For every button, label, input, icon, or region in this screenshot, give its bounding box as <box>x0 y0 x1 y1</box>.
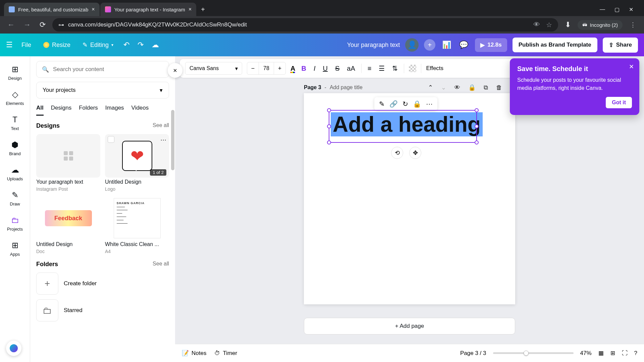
url-input[interactable]: ⊶ canva.com/design/DAGVwk84gKQ/2TWv0K2Dr… <box>52 18 558 32</box>
rail-projects[interactable]: 🗀Projects <box>0 212 30 235</box>
magic-button[interactable] <box>6 341 21 356</box>
browser-tab[interactable]: Free, beautiful, and customizab × <box>4 3 100 16</box>
rail-uploads[interactable]: ☁Uploads <box>0 162 30 185</box>
move-up-icon[interactable]: ⌃ <box>428 84 433 91</box>
tab-designs[interactable]: Designs <box>51 105 71 116</box>
list-button[interactable]: ☰ <box>377 63 386 74</box>
got-it-button[interactable]: Got it <box>606 97 632 108</box>
resize-handle[interactable] <box>327 140 331 144</box>
select-checkbox[interactable] <box>108 136 114 143</box>
link-icon[interactable]: 🔗 <box>389 100 398 108</box>
file-menu[interactable]: File <box>18 40 35 51</box>
resize-handle[interactable] <box>327 124 331 128</box>
edit-icon[interactable]: ✎ <box>379 100 385 108</box>
bold-button[interactable]: B <box>300 63 307 74</box>
tab-folders[interactable]: Folders <box>79 105 98 116</box>
comment-icon[interactable]: 💬 <box>458 39 470 51</box>
rotate-handle[interactable]: ⟲ <box>391 147 403 159</box>
selected-text-element[interactable]: Add a heading <box>331 112 475 141</box>
page-indicator[interactable]: Page 3 / 3 <box>460 350 486 357</box>
redo-button[interactable]: ↷ <box>136 39 145 51</box>
new-tab-button[interactable]: + <box>197 3 209 16</box>
slider-knob[interactable] <box>524 351 529 356</box>
thumbnail-view-icon[interactable]: ⊞ <box>610 350 615 357</box>
create-folder-button[interactable]: + Create folder <box>36 273 169 295</box>
zoom-value[interactable]: 47% <box>580 350 592 357</box>
canvas-page[interactable]: ✎ 🔗 ↻ 🔒 ⋯ Add a heading <box>304 93 515 304</box>
italic-button[interactable]: I <box>312 63 317 74</box>
help-icon[interactable]: ? <box>634 350 637 357</box>
zoom-slider[interactable] <box>493 352 574 354</box>
alignment-button[interactable]: ≡ <box>366 63 373 74</box>
see-all-designs[interactable]: See all <box>153 122 169 129</box>
back-button[interactable]: ← <box>5 19 17 31</box>
browser-tab[interactable]: Your paragraph text - Instagram × <box>100 3 197 16</box>
rail-brand[interactable]: ⬢Brand <box>0 136 30 160</box>
eye-off-icon[interactable]: 👁 <box>533 21 540 29</box>
rail-draw[interactable]: ✎Draw <box>0 187 30 210</box>
scrollbar-thumb[interactable] <box>171 110 174 170</box>
fullscreen-icon[interactable]: ⛶ <box>622 350 628 357</box>
effects-button[interactable]: Effects <box>426 65 443 72</box>
text-color-button[interactable]: A <box>290 65 295 72</box>
duplicate-icon[interactable]: ⧉ <box>484 84 488 91</box>
analytics-icon[interactable]: 📊 <box>441 39 452 51</box>
document-title[interactable]: Your paragraph text <box>347 42 400 49</box>
reload-button[interactable]: ⟳ <box>38 19 48 31</box>
timer-button[interactable]: ⏱Timer <box>214 350 237 357</box>
see-all-folders[interactable]: See all <box>153 261 169 268</box>
scrollbar[interactable] <box>171 110 174 251</box>
design-card[interactable]: Feedback Untitled Design Doc <box>36 196 100 254</box>
page-title-input[interactable]: Add page title <box>330 84 363 90</box>
starred-folder[interactable]: 🗀 Starred <box>36 299 169 321</box>
more-icon[interactable]: ⋯ <box>426 100 433 108</box>
resize-handle[interactable] <box>475 140 479 144</box>
font-family-dropdown[interactable]: Canva Sans▾ <box>185 62 242 75</box>
strikethrough-button[interactable]: S <box>334 63 341 74</box>
tab-videos[interactable]: Videos <box>131 105 149 116</box>
tab-all[interactable]: All <box>36 105 44 116</box>
uppercase-button[interactable]: aA <box>345 63 356 74</box>
regenerate-icon[interactable]: ↻ <box>402 100 408 108</box>
present-button[interactable]: ▶12.8s <box>475 38 507 52</box>
design-card[interactable]: Your paragraph text Instagram Post <box>36 134 100 192</box>
lock-icon[interactable]: 🔒 <box>413 100 421 108</box>
close-window-icon[interactable]: ✕ <box>629 6 633 13</box>
maximize-icon[interactable]: ▢ <box>614 6 620 13</box>
visibility-icon[interactable]: 👁 <box>454 84 460 91</box>
underline-button[interactable]: U <box>321 63 329 74</box>
add-page-button[interactable]: + Add page <box>304 318 515 335</box>
design-card[interactable]: ⋯ 1 of 2 Untitled Design Logo <box>105 134 169 192</box>
transparency-button[interactable] <box>409 65 416 72</box>
grid-view-icon[interactable]: ▦ <box>598 350 604 357</box>
design-card[interactable]: SHAWN GARCIA━━━━━━━━━━━━━━━━━━━━━━━━━━━━… <box>105 196 169 254</box>
bookmark-icon[interactable]: ☆ <box>546 21 552 29</box>
site-info-icon[interactable]: ⊶ <box>58 21 64 28</box>
editing-mode-button[interactable]: ✎Editing▾ <box>79 39 117 51</box>
resize-handle[interactable] <box>327 108 331 112</box>
collapse-panel-button[interactable]: × <box>168 63 182 78</box>
rail-design[interactable]: ⊞Design <box>0 61 30 84</box>
font-size-input[interactable] <box>259 62 274 74</box>
close-tooltip-button[interactable]: ✕ <box>629 63 634 70</box>
menu-icon[interactable]: ☰ <box>6 41 13 49</box>
resize-handle[interactable] <box>475 108 479 112</box>
delete-icon[interactable]: 🗑 <box>496 84 502 91</box>
notes-button[interactable]: 📝Notes <box>182 350 206 357</box>
close-icon[interactable]: × <box>92 6 95 12</box>
browser-menu-icon[interactable]: ⋮ <box>627 21 639 28</box>
resize-handle[interactable] <box>475 124 479 128</box>
move-handle[interactable]: ✥ <box>409 147 421 159</box>
rail-text[interactable]: TText <box>0 111 30 134</box>
lock-icon[interactable]: 🔒 <box>468 84 476 91</box>
tab-images[interactable]: Images <box>105 105 124 116</box>
add-member-button[interactable]: + <box>424 39 435 51</box>
minimize-icon[interactable]: — <box>600 6 605 13</box>
cloud-sync-icon[interactable]: ☁ <box>150 39 160 51</box>
rail-apps[interactable]: ⊞Apps <box>0 237 30 260</box>
undo-button[interactable]: ↶ <box>122 39 131 51</box>
close-icon[interactable]: × <box>189 6 192 12</box>
spacing-button[interactable]: ⇅ <box>391 63 399 74</box>
download-icon[interactable]: ⬇ <box>563 19 573 31</box>
publish-button[interactable]: Publish as Brand Template <box>513 38 597 52</box>
